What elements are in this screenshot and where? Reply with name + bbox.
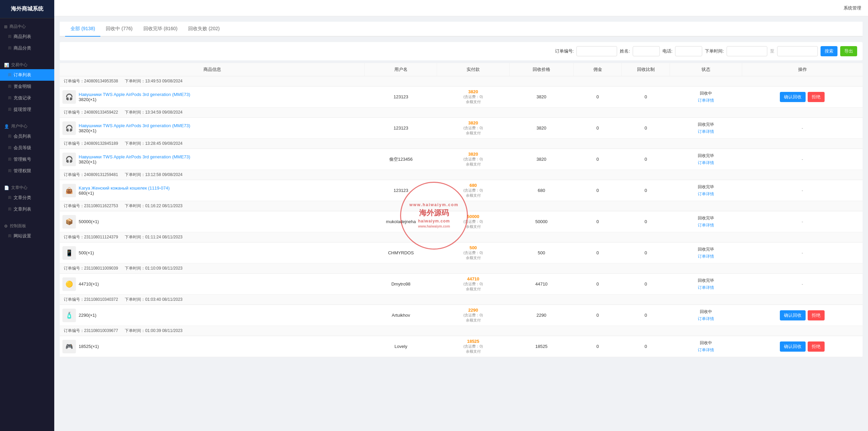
sidebar-item-order-list[interactable]: 田 订单列表 — [0, 69, 54, 81]
order-detail-link[interactable]: 订单详情 — [698, 98, 714, 103]
sidebar-item-withdrawal[interactable]: 田 提现管理 — [0, 104, 54, 115]
paid-detail-line1: (含运费：0) — [440, 157, 507, 162]
order-no: 订单编号：231108011009039 — [64, 266, 118, 271]
paid-detail-line1: (含运费：0) — [440, 219, 507, 224]
table-row: 👜 Karya Женский кожаный кошелек (1119-07… — [60, 180, 863, 201]
username-cell: 偷空123456 — [365, 149, 437, 170]
username-cell: CHMYRDOS — [365, 242, 437, 263]
order-no-input[interactable] — [576, 46, 617, 56]
time-end-input[interactable] — [777, 46, 818, 56]
no-action: - — [802, 250, 803, 255]
status-badge: 回收中 — [700, 340, 712, 346]
tab-all[interactable]: 全部 (9138) — [65, 22, 100, 37]
order-no: 订单编号：231108010340372 — [64, 297, 118, 302]
transaction-center-title: 📊 交易中心 — [0, 59, 54, 69]
phone-input[interactable] — [675, 46, 702, 56]
tab-recycled[interactable]: 回收完毕 (8160) — [138, 22, 183, 37]
order-detail-link[interactable]: 订单详情 — [698, 347, 714, 353]
sidebar-item-admin-permission[interactable]: 田 管理权限 — [0, 165, 54, 177]
paid-cell: 3820 (含运费：0) 余额支付 — [437, 149, 509, 170]
article-center-title: 📄 文章中心 — [0, 182, 54, 192]
recycle-ratio-cell: 0 — [622, 86, 670, 107]
col-action: 操作 — [742, 63, 863, 76]
sidebar-item-member-list[interactable]: 田 会员列表 — [0, 131, 54, 142]
export-button[interactable]: 导出 — [840, 46, 857, 56]
tab-failed[interactable]: 回收失败 (202) — [183, 22, 225, 37]
action-cell: - — [742, 274, 863, 295]
reject-button[interactable]: 拒绝 — [808, 341, 825, 352]
commission-cell: 0 — [574, 149, 622, 170]
time-to-label: 至 — [770, 48, 774, 54]
user-center-icon: 👤 — [4, 124, 9, 129]
no-action: - — [802, 125, 803, 131]
product-thumbnail: 📱 — [62, 246, 76, 260]
sidebar-item-admin-account[interactable]: 田 管理账号 — [0, 154, 54, 165]
action-cell: - — [742, 118, 863, 139]
sidebar-item-recharge[interactable]: 田 充值记录 — [0, 92, 54, 104]
action-cell: - — [742, 211, 863, 232]
action-cell: - — [742, 149, 863, 170]
sidebar-item-fund-detail[interactable]: 田 资金明细 — [0, 81, 54, 92]
order-detail-link[interactable]: 订单详情 — [698, 191, 714, 197]
paid-detail-line1: (含运费：0) — [440, 125, 507, 131]
paid-detail-line1: (含运费：0) — [440, 313, 507, 318]
recharge-icon: 田 — [8, 96, 12, 100]
product-name-link[interactable]: Навушники TWS Apple AirPods 3rd generati… — [79, 154, 190, 159]
commission-cell: 0 — [574, 336, 622, 357]
confirm-recycle-button[interactable]: 确认回收 — [780, 92, 806, 102]
reject-button[interactable]: 拒绝 — [808, 92, 825, 102]
order-detail-link[interactable]: 订单详情 — [698, 254, 714, 259]
admin-account-icon: 田 — [8, 157, 12, 162]
status-cell: 回收完毕 订单详情 — [670, 180, 742, 201]
product-quantity: 2290(×1) — [79, 313, 96, 318]
sidebar-item-product-list[interactable]: 田 商品列表 — [0, 31, 54, 42]
product-center-title: ⊞ 商品中心 — [0, 21, 54, 31]
order-list-icon: 田 — [8, 73, 12, 77]
paid-detail-line2: 余额支付 — [440, 193, 507, 198]
app-logo: 海外商城系统 — [0, 0, 54, 18]
search-button[interactable]: 搜索 — [821, 46, 837, 56]
fund-detail-icon: 田 — [8, 84, 12, 89]
sidebar-item-member-level[interactable]: 田 会员等级 — [0, 142, 54, 154]
product-info-cell: 🎧 Навушники TWS Apple AirPods 3rd genera… — [60, 149, 365, 170]
product-name-link[interactable]: Навушники TWS Apple AirPods 3rd generati… — [79, 123, 190, 128]
username-cell: 123123 — [365, 180, 437, 201]
confirm-recycle-button[interactable]: 确认回收 — [780, 310, 806, 320]
order-header-row: 订单编号：240809133459422 下单时间：13:34:59 09/08… — [60, 107, 863, 118]
sidebar-item-site-settings[interactable]: 田 网站设置 — [0, 230, 54, 242]
sidebar-item-product-category[interactable]: 田 商品分类 — [0, 42, 54, 54]
order-detail-link[interactable]: 订单详情 — [698, 160, 714, 166]
sidebar-item-article-list[interactable]: 田 文章列表 — [0, 203, 54, 215]
paid-detail-line1: (含运费：0) — [440, 188, 507, 193]
table-row: 🟡 44710(×1) Dmytro98 44710 (含运费：0) 余额支付 … — [60, 274, 863, 295]
sidebar-item-article-category[interactable]: 田 文章分类 — [0, 192, 54, 203]
tab-recycling[interactable]: 回收中 (776) — [100, 22, 138, 37]
order-detail-link[interactable]: 订单详情 — [698, 285, 714, 291]
status-badge: 回收完毕 — [698, 247, 714, 252]
order-detail-link[interactable]: 订单详情 — [698, 129, 714, 135]
orders-table: 商品信息 用户名 实付款 回收价格 佣金 回收比制 状态 操作 订单编号：240… — [60, 63, 863, 357]
order-no: 订单编号：240809133459422 — [64, 110, 118, 115]
paid-detail-line1: (含运费：0) — [440, 281, 507, 287]
name-input[interactable] — [633, 46, 660, 56]
top-bar: 系统管理 — [54, 0, 868, 16]
product-info-cell: 🎮 18525(×1) — [60, 336, 365, 357]
product-name-link[interactable]: Karya Женский кожаный кошелек (1119-074) — [79, 185, 170, 191]
confirm-recycle-button[interactable]: 确认回收 — [780, 341, 806, 352]
product-center-icon: ⊞ — [4, 24, 7, 29]
product-quantity: 680(×1) — [79, 191, 170, 196]
order-detail-link[interactable]: 订单详情 — [698, 316, 714, 322]
paid-cell: 18525 (含运费：0) 余额支付 — [437, 336, 509, 357]
transaction-center-icon: 📊 — [4, 63, 9, 67]
paid-amount: 500 — [440, 245, 507, 250]
order-detail-link[interactable]: 订单详情 — [698, 222, 714, 228]
order-no: 订单编号：231108011124379 — [64, 235, 118, 239]
product-name-link[interactable]: Навушники TWS Apple AirPods 3rd generati… — [79, 92, 190, 97]
sidebar: 海外商城系统 ⊞ 商品中心 田 商品列表 田 商品分类 📊 交易中心 田 订单列… — [0, 0, 54, 431]
article-category-icon: 田 — [8, 195, 12, 200]
paid-cell: 50000 (含运费：0) 余额支付 — [437, 211, 509, 232]
order-header-row: 订单编号：240809134953538 下单时间：13:49:53 09/08… — [60, 76, 863, 86]
time-start-input[interactable] — [727, 46, 767, 56]
system-admin-link[interactable]: 系统管理 — [844, 5, 861, 11]
reject-button[interactable]: 拒绝 — [808, 310, 825, 320]
